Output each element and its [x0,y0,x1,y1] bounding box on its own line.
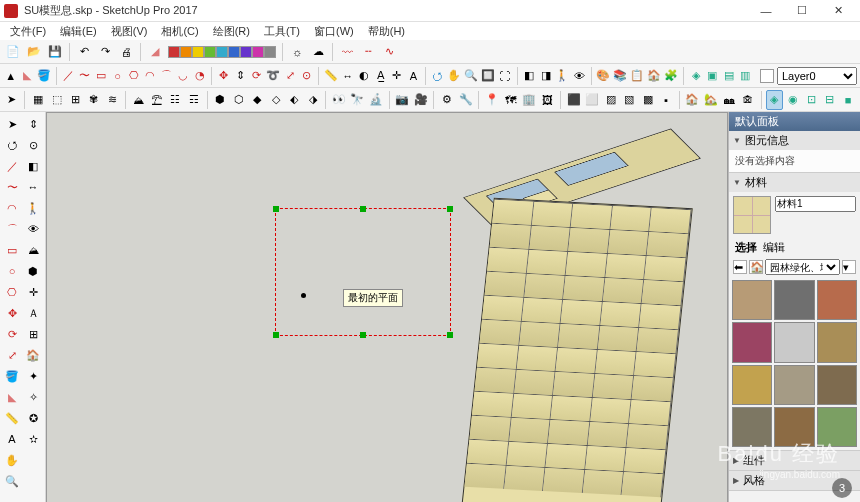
lt-sandbox-icon[interactable]: ⛰ [23,240,43,260]
close-button[interactable]: ✕ [820,0,856,22]
circle-icon[interactable]: ○ [110,66,125,86]
lt-line-icon[interactable]: ／ [2,156,22,176]
lookaround-icon[interactable]: 👁 [571,66,586,86]
lt-orbit-icon[interactable]: ⭯ [2,135,22,155]
style3-icon[interactable]: ▨ [602,90,619,110]
walk-icon[interactable]: 🚶 [554,66,570,86]
solid6-icon[interactable]: ⬗ [304,90,321,110]
front-icon[interactable]: ▤ [721,66,736,86]
axes-icon[interactable]: ✛ [389,66,404,86]
material-swatch-3[interactable] [732,322,772,362]
lt-circle-icon[interactable]: ○ [2,261,22,281]
lt-axes-icon[interactable]: ✛ [23,282,43,302]
menu-help[interactable]: 帮助(H) [362,22,411,41]
material-swatch-7[interactable] [774,365,814,405]
lt-dim-icon[interactable]: ↔ [23,177,43,197]
zoom-window-icon[interactable]: 🔲 [480,66,496,86]
material-library-dropdown[interactable]: 园林绿化、地被层和 [765,259,840,275]
component-icon[interactable]: ⬚ [48,90,65,110]
style1-icon[interactable]: ⬛ [565,90,582,110]
select-icon[interactable]: ▲ [3,66,18,86]
lt-offset-icon[interactable]: ⊙ [23,135,43,155]
save-icon[interactable]: 💾 [45,42,65,62]
lt-zoom-icon[interactable]: 🔍 [2,471,22,491]
lt-solid-icon[interactable]: ⬢ [23,261,43,281]
view3-icon[interactable]: 🔬 [367,90,384,110]
dimension-icon[interactable]: ↔ [340,66,355,86]
menu-draw[interactable]: 绘图(R) [207,22,256,41]
print-icon[interactable]: 🖨 [116,42,136,62]
layers-icon[interactable]: 📚 [612,66,628,86]
lt-ext4-icon[interactable]: ✫ [23,429,43,449]
hiddenline-icon[interactable]: ⊟ [821,90,838,110]
solid3-icon[interactable]: ◆ [248,90,265,110]
text-icon[interactable]: A̲ [373,66,388,86]
lt-arc2-icon[interactable]: ⌒ [2,219,22,239]
house4-icon[interactable]: 🏚 [739,90,756,110]
arc-icon[interactable]: ◠ [143,66,158,86]
pan-icon[interactable]: ✋ [446,66,462,86]
box-icon[interactable]: ▦ [29,90,46,110]
material-swatch-4[interactable] [774,322,814,362]
lt-freehand-icon[interactable]: 〜 [2,177,22,197]
lt-ext2-icon[interactable]: ✧ [23,387,43,407]
color-palette[interactable] [168,46,276,58]
entity-info-header[interactable]: ▼图元信息 [729,131,860,150]
house2-icon[interactable]: 🏡 [702,90,719,110]
lt-walk-icon[interactable]: 🚶 [23,198,43,218]
lt-move-icon[interactable]: ✥ [2,303,22,323]
menu-file[interactable]: 文件(F) [4,22,52,41]
layer-selector[interactable]: Layer0 [760,67,857,85]
solid5-icon[interactable]: ⬖ [285,90,302,110]
solid4-icon[interactable]: ◇ [267,90,284,110]
shaded-icon[interactable]: ■ [839,90,856,110]
menu-camera[interactable]: 相机(C) [155,22,204,41]
materials-header[interactable]: ▼材料 [729,173,860,192]
material-swatch-2[interactable] [817,280,857,320]
location-icon[interactable]: 📍 [483,90,500,110]
photo-icon[interactable]: 🖼 [539,90,556,110]
camera1-icon[interactable]: 📷 [394,90,411,110]
drape-icon[interactable]: ≋ [103,90,120,110]
lt-tape-icon[interactable]: 📏 [2,408,22,428]
open-file-icon[interactable]: 📂 [24,42,44,62]
lt-section-icon[interactable]: ◧ [23,156,43,176]
material-swatch-1[interactable] [774,280,814,320]
eraser-large-icon[interactable]: ◢ [145,42,165,62]
layer-dropdown[interactable]: Layer0 [777,67,857,85]
fog-icon[interactable]: ☁ [308,42,328,62]
lt-eraser-icon[interactable]: ◣ [2,387,22,407]
group-icon[interactable]: ⊞ [66,90,83,110]
redo-icon[interactable]: ↷ [95,42,115,62]
shadow-icon[interactable]: ☼ [287,42,307,62]
face-style-active-icon[interactable]: ◈ [766,90,783,110]
tape-icon[interactable]: 📏 [323,66,339,86]
material-name-input[interactable] [775,196,856,212]
followme-icon[interactable]: ➰ [265,66,281,86]
stamp-icon[interactable]: ✾ [85,90,102,110]
components-header[interactable]: ▶组件 [729,451,860,470]
material-swatch-11[interactable] [817,407,857,447]
xray-icon[interactable]: ◉ [784,90,801,110]
curve-dashed-icon[interactable]: ╌ [358,42,378,62]
menu-tools[interactable]: 工具(T) [258,22,306,41]
line-icon[interactable]: ／ [61,66,76,86]
curve-red-icon[interactable]: 〰 [337,42,357,62]
sandbox2-icon[interactable]: ⛱ [148,90,165,110]
lt-rect-icon[interactable]: ▭ [2,240,22,260]
house1-icon[interactable]: 🏠 [684,90,701,110]
pie-icon[interactable]: ◔ [192,66,207,86]
material-swatch-5[interactable] [817,322,857,362]
lt-look-icon[interactable]: 👁 [23,219,43,239]
orbit-icon[interactable]: ⭯ [430,66,445,86]
pushpull-icon[interactable]: ⇕ [233,66,248,86]
sandbox4-icon[interactable]: ☶ [185,90,202,110]
camera2-icon[interactable]: 🎥 [412,90,429,110]
material-swatch-9[interactable] [732,407,772,447]
lt-ext3-icon[interactable]: ✪ [23,408,43,428]
dynamic1-icon[interactable]: ⚙ [438,90,455,110]
paint-bucket-icon[interactable]: 🪣 [36,66,52,86]
lt-rotate-icon[interactable]: ⟳ [2,324,22,344]
material-back-icon[interactable]: ⬅ [733,260,747,274]
offset-icon[interactable]: ⊙ [299,66,314,86]
